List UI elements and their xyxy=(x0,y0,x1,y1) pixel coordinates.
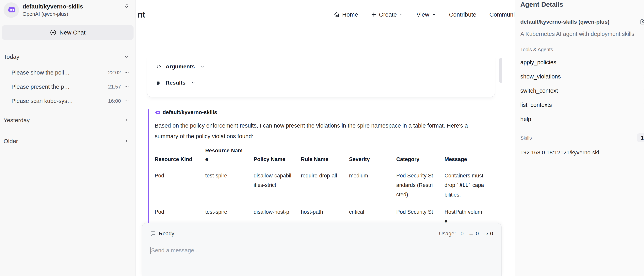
skills-header-row: Skills 1 xyxy=(520,133,644,142)
violations-table: Resource Kind Resource Name Policy Name … xyxy=(155,146,494,230)
tool-item-show-violations[interactable]: show_violations xyxy=(520,69,644,84)
message-input[interactable]: Send a message... xyxy=(150,247,493,254)
usage-output: ↦ 0 xyxy=(484,231,493,237)
sidebar-section-yesterday[interactable]: Yesterday xyxy=(0,117,136,124)
robot-icon xyxy=(7,6,16,14)
col-message: Message xyxy=(444,146,494,167)
agent-full-name: default/kyverno-skills (qwen-plus) xyxy=(520,19,610,25)
new-chat-button[interactable]: New Chat xyxy=(2,25,134,40)
app: default/kyverno-skills OpenAI (qwen-plus… xyxy=(0,0,644,276)
col-severity: Severity xyxy=(349,146,396,167)
chat-history-item[interactable]: Please scan kube-sys… 16:00 xyxy=(8,94,136,108)
chat-sidebar: default/kyverno-skills OpenAI (qwen-plus… xyxy=(0,0,136,276)
tool-item-switch-context[interactable]: switch_context xyxy=(520,84,644,98)
usage-total: 0 xyxy=(460,231,464,237)
agent-meta: default/kyverno-skills OpenAI (qwen-plus… xyxy=(22,2,83,17)
chat-time: 21:57 xyxy=(108,84,121,90)
chevron-down-icon xyxy=(400,13,404,16)
nav-home[interactable]: Home xyxy=(334,11,358,18)
nav-contribute[interactable]: Contribute xyxy=(449,11,476,18)
tool-label: list_contexts xyxy=(520,102,552,108)
chevron-right-icon xyxy=(124,139,129,143)
nav-view[interactable]: View xyxy=(416,11,436,18)
arrow-left-icon: ← xyxy=(468,231,474,237)
chat-title: Please scan kube-sys… xyxy=(12,98,105,104)
agent-selector-model: OpenAI (qwen-plus) xyxy=(22,11,83,17)
chevrons-up-down-icon[interactable] xyxy=(124,3,129,8)
cell-rule-name: require-drop-all xyxy=(301,167,349,203)
chat-history-list: Please show the poli… 22:02 Please prese… xyxy=(8,65,136,108)
tool-item-list-contexts[interactable]: list_contexts xyxy=(520,98,644,112)
new-chat-label: New Chat xyxy=(60,29,86,36)
more-horizontal-icon[interactable] xyxy=(124,84,129,89)
message-composer: Ready Usage: 0 ← 0 ↦ 0 xyxy=(142,223,502,276)
usage-stats: Usage: 0 ← 0 ↦ 0 xyxy=(439,231,493,237)
usage-input-count: 0 xyxy=(476,231,479,237)
code-icon xyxy=(156,64,162,69)
sidebar-section-older[interactable]: Older xyxy=(0,138,136,144)
skill-item[interactable]: 192.168.0.18:12121/kyverno-ski… xyxy=(520,149,644,156)
chat-time: 22:02 xyxy=(108,70,121,76)
nav-view-label: View xyxy=(416,11,429,18)
more-horizontal-icon[interactable] xyxy=(124,70,129,75)
cell-severity: medium xyxy=(349,167,396,203)
table-row: Pod test-spire disallow-capabilities-str… xyxy=(155,167,494,203)
tools-list: apply_policies show_violations switch_co… xyxy=(520,55,644,126)
chevron-down-icon xyxy=(432,13,436,16)
col-rule-name: Rule Name xyxy=(301,146,349,167)
nav-create[interactable]: Create xyxy=(371,11,404,18)
chevron-down-icon xyxy=(191,81,195,85)
chevron-down-icon xyxy=(200,64,205,69)
nav-create-label: Create xyxy=(379,11,397,18)
agent-description: A Kubernetes AI agent with deployment sk… xyxy=(520,31,644,37)
tool-label: show_violations xyxy=(520,73,561,80)
tool-call-card: Arguments Results xyxy=(147,54,495,97)
tool-item-help[interactable]: help xyxy=(520,112,644,126)
chat-title: Please show the poli… xyxy=(12,69,105,76)
usage-label: Usage: xyxy=(439,231,456,237)
col-resource-kind: Resource Kind xyxy=(155,146,205,167)
chevron-right-icon xyxy=(642,60,644,65)
inline-code: `ALL` xyxy=(457,183,471,188)
arguments-label: Arguments xyxy=(166,63,195,70)
chat-scroll-area[interactable]: Arguments Results xyxy=(136,35,515,276)
chat-history-item[interactable]: Please present the p… 21:57 xyxy=(8,80,136,94)
col-policy-name: Policy Name xyxy=(254,146,301,167)
nav-community[interactable]: Community xyxy=(489,11,515,18)
agent-details-panel: Agent Details default/kyverno-skills (qw… xyxy=(515,0,644,276)
main-area: nt Home Create View xyxy=(136,0,515,276)
avatar xyxy=(4,2,19,18)
chevron-right-icon xyxy=(642,103,644,107)
agent-selector[interactable]: default/kyverno-skills OpenAI (qwen-plus… xyxy=(0,0,136,18)
usage-output-count: 0 xyxy=(490,231,493,237)
chevron-right-icon xyxy=(642,88,644,93)
scrollbar-thumb[interactable] xyxy=(500,58,502,83)
cell-category: Pod Security Standards (Restricted) xyxy=(396,167,444,203)
tool-label: help xyxy=(520,116,531,123)
section-label: Yesterday xyxy=(4,117,30,124)
col-category: Category xyxy=(396,146,444,167)
arguments-toggle[interactable]: Arguments xyxy=(156,62,495,71)
cell-policy-name: disallow-capabilities-strict xyxy=(254,167,301,203)
home-icon xyxy=(334,12,340,17)
results-toggle[interactable]: Results xyxy=(156,78,495,87)
text-caret xyxy=(150,247,150,254)
nav-community-label: Community xyxy=(489,11,515,18)
chat-history-item[interactable]: Please show the poli… 22:02 xyxy=(8,65,136,80)
tool-item-apply-policies[interactable]: apply_policies xyxy=(520,55,644,69)
agent-message: default/kyverno-skills Based on the poli… xyxy=(148,109,494,230)
message-input-placeholder: Send a message... xyxy=(151,247,199,254)
chevron-down-icon xyxy=(124,54,129,59)
usage-input: ← 0 xyxy=(468,231,479,237)
nav-home-label: Home xyxy=(342,11,358,18)
cell-message: Containers must drop `ALL` capabilities. xyxy=(444,167,494,203)
list-icon xyxy=(156,80,162,86)
edit-icon[interactable] xyxy=(640,18,644,25)
arrow-maps-to-icon: ↦ xyxy=(484,231,488,237)
agent-name-row: default/kyverno-skills (qwen-plus) xyxy=(520,18,644,25)
more-horizontal-icon[interactable] xyxy=(124,98,129,104)
panel-title: Agent Details xyxy=(520,0,644,8)
skills-count-badge: 1 xyxy=(637,133,644,142)
sidebar-section-today[interactable]: Today xyxy=(0,54,136,60)
chevron-right-icon xyxy=(642,117,644,122)
